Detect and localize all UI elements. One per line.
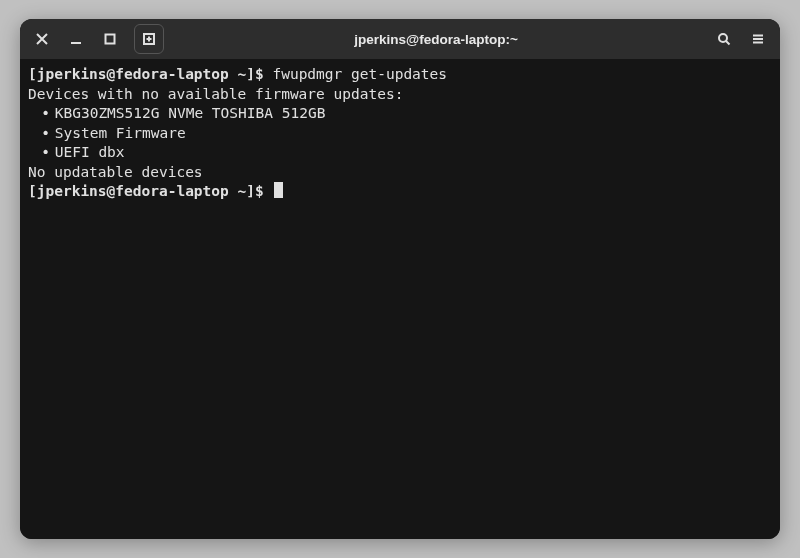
shell-prompt: [jperkins@fedora-laptop ~]$ [28,183,264,199]
shell-prompt: [jperkins@fedora-laptop ~]$ [28,66,264,82]
bullet-icon: • [37,104,55,124]
minimize-button[interactable] [60,23,92,55]
svg-point-2 [719,34,727,42]
search-button[interactable] [708,23,740,55]
maximize-button[interactable] [94,23,126,55]
bullet-icon: • [37,143,55,163]
close-button[interactable] [26,23,58,55]
titlebar-left [26,23,164,55]
window-title: jperkins@fedora-laptop:~ [164,32,708,47]
titlebar: jperkins@fedora-laptop:~ [20,19,780,59]
new-tab-button[interactable] [134,24,164,54]
new-tab-icon [142,32,156,46]
output-footer: No updatable devices [28,163,772,183]
command-text: fwupdmgr get-updates [272,66,447,82]
close-icon [35,32,49,46]
device-item: KBG30ZMS512G NVMe TOSHIBA 512GB [55,105,326,121]
device-item: UEFI dbx [55,144,125,160]
menu-button[interactable] [742,23,774,55]
search-icon [717,32,731,46]
terminal-window: jperkins@fedora-laptop:~ [jperkins@fedor… [20,19,780,539]
titlebar-right [708,23,774,55]
minimize-icon [69,32,83,46]
svg-rect-0 [106,35,115,44]
cursor-icon [274,182,283,198]
hamburger-icon [751,32,765,46]
bullet-icon: • [37,124,55,144]
maximize-icon [103,32,117,46]
output-header: Devices with no available firmware updat… [28,85,772,105]
device-item: System Firmware [55,125,186,141]
terminal-output[interactable]: [jperkins@fedora-laptop ~]$ fwupdmgr get… [20,59,780,539]
